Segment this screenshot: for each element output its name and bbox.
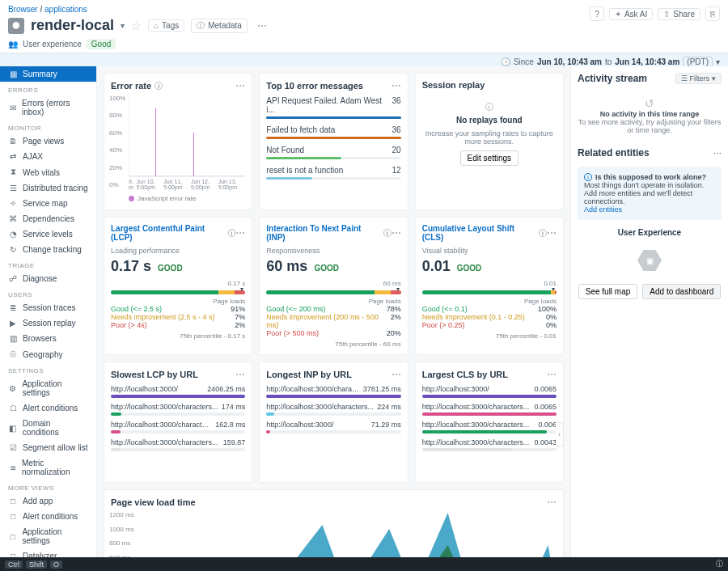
help-icon[interactable]: ? <box>590 6 604 21</box>
card-menu-icon[interactable]: ⋯ <box>392 227 401 239</box>
url-row[interactable]: http://localhost:3000/characters...174 m… <box>111 403 245 416</box>
see-full-map-button[interactable]: See full map <box>578 284 638 299</box>
sidebar-item-session-traces[interactable]: ≣Session traces <box>0 300 96 315</box>
more-icon[interactable]: ⋯ <box>254 20 270 32</box>
lcp-link[interactable]: Largest Contentful Paint (LCP) <box>111 224 225 242</box>
sidebar-item-service-levels[interactable]: ◔Service levels <box>0 226 96 242</box>
error-msg-row[interactable]: API Request Failed. Adam West i...36 <box>266 96 400 119</box>
sidebar-item-page-views[interactable]: 🗎Page views <box>0 133 96 149</box>
info-icon: i <box>485 103 493 111</box>
share-button[interactable]: ⇪Share <box>658 8 700 20</box>
metric-icon: ≋ <box>8 463 17 472</box>
sidebar-item-session-replay[interactable]: ▶Session replay <box>0 315 96 331</box>
edit-settings-button[interactable]: Edit settings <box>460 150 518 166</box>
filters-button[interactable]: ☰Filters▾ <box>675 73 722 84</box>
sidebar-item-dist-tracing[interactable]: ☰Distributed tracing <box>0 180 96 196</box>
card-menu-icon[interactable]: ⋯ <box>235 227 245 239</box>
ask-ai-button[interactable]: ✦Ask AI <box>609 8 653 20</box>
expand-handle[interactable]: › <box>556 422 564 446</box>
sidebar-item-web-vitals[interactable]: ⧗Web vitals <box>0 164 96 180</box>
card-menu-icon[interactable]: ⋯ <box>235 369 245 380</box>
sidebar-item-app-settings-2[interactable]: □Application settings <box>0 524 96 548</box>
map-icon: ✧ <box>8 199 18 208</box>
card-session-replay: Session replay i No replays found Increa… <box>415 73 564 210</box>
star-icon[interactable]: ☆ <box>131 19 142 32</box>
url-row[interactable]: http://localhost:3000/characters...224 m… <box>266 403 400 416</box>
card-menu-icon[interactable]: ⋯ <box>713 149 722 158</box>
info-icon[interactable]: i <box>539 229 547 237</box>
sidebar-item-metric-norm[interactable]: ≋Metric normalization <box>0 455 96 480</box>
card-menu-icon[interactable]: ⋯ <box>392 369 401 380</box>
card-menu-icon[interactable]: ⋯ <box>547 497 557 508</box>
sidebar-group-settings: SETTINGS <box>0 362 96 376</box>
page-title: render-local <box>31 17 114 34</box>
sidebar-item-browsers[interactable]: ▥Browsers <box>0 331 96 346</box>
chevron-down-icon[interactable]: ▾ <box>716 57 720 66</box>
error-msg-row[interactable]: reset is not a function12 <box>266 166 400 180</box>
url-row[interactable]: http://localhost:3000/characters...159.8… <box>111 438 245 451</box>
filter-icon: ☰ <box>681 74 688 82</box>
sidebar-item-errors-inbox[interactable]: ✉Errors (errors inbox) <box>0 95 96 120</box>
gauge-icon: ◔ <box>8 230 18 239</box>
error-msg-row[interactable]: Not Found20 <box>266 146 400 159</box>
sidebar-item-segment-allow[interactable]: ☑Segment allow list <box>0 440 96 455</box>
sidebar-item-summary[interactable]: ▦Summary <box>0 66 96 82</box>
crumb-applications[interactable]: applications <box>44 5 87 14</box>
url-row[interactable]: http://localhost:3000/characters...162.8… <box>111 421 245 434</box>
sidebar-item-alert-conditions-2[interactable]: □Alert conditions <box>0 509 96 524</box>
inp-link[interactable]: Interaction To Next Paint (INP) <box>266 224 379 242</box>
sidebar-item-alert-conditions[interactable]: ☖Alert conditions <box>0 400 96 416</box>
link-icon[interactable]: ⎘ <box>705 6 720 21</box>
url-row[interactable]: http://localhost:3000/2406.25 ms <box>111 385 245 398</box>
ux-badge: Good <box>87 39 116 49</box>
error-rate-plot <box>129 96 245 177</box>
card-menu-icon[interactable]: ⋯ <box>547 369 557 380</box>
sidebar-item-diagnose[interactable]: ☍Diagnose <box>0 271 96 286</box>
card-menu-icon[interactable]: ⋯ <box>235 80 245 91</box>
cls-link[interactable]: Cumulative Layout Shift (CLS) <box>422 224 536 242</box>
inbox-icon: ✉ <box>8 104 17 112</box>
url-row[interactable]: http://localhost:3000/characters...0.006 <box>422 421 557 434</box>
sidebar-item-geography[interactable]: ⦾Geography <box>0 346 96 362</box>
info-icon[interactable]: i <box>154 82 163 90</box>
x-axis: 9, mJun 10, 5:00pmJun 11, 5:00pmJun 12, … <box>111 177 245 190</box>
sidebar-item-add-app[interactable]: □Add app <box>0 493 96 509</box>
tags-pill[interactable]: ⌂Tags <box>148 19 184 32</box>
add-entities-link[interactable]: Add entities <box>584 205 622 214</box>
crumb-browser[interactable]: Browser <box>8 5 38 14</box>
top-actions: ? ✦Ask AI ⇪Share ⎘ <box>590 6 720 21</box>
sidebar-item-service-map[interactable]: ✧Service map <box>0 196 96 211</box>
inp-threshold-bar <box>266 290 400 294</box>
replay-heading: No replays found <box>456 116 523 125</box>
info-icon[interactable]: i <box>383 229 392 237</box>
y-axis: 100%80%60%40%20%0% <box>109 95 125 188</box>
sidebar-item-datalyzer[interactable]: □Datalyzer <box>0 548 96 557</box>
card-menu-icon[interactable]: ⋯ <box>547 227 557 239</box>
related-header: Related entities ⋯ <box>578 147 722 159</box>
sidebar-group-more: MORE VIEWS <box>0 480 96 493</box>
sidebar-item-ajax[interactable]: ⇄AJAX <box>0 149 96 164</box>
url-row[interactable]: http://localhost:3000/characters...0.006… <box>422 403 557 416</box>
info-icon: ⓘ <box>197 20 205 32</box>
sidebar-group-users: USERS <box>0 286 96 300</box>
ux-label: User experience <box>23 40 82 49</box>
sidebar-item-change-tracking[interactable]: ↻Change tracking <box>0 242 96 257</box>
info-icon[interactable]: i <box>228 229 236 237</box>
add-to-dashboard-button[interactable]: Add to dashboard <box>642 284 721 299</box>
chevron-down-icon[interactable]: ▾ <box>121 21 125 30</box>
error-msg-row[interactable]: Failed to fetch data36 <box>266 125 400 139</box>
key-ctrl: Ctrl <box>5 560 23 569</box>
url-row[interactable]: http://localhost:3000/0.0065 <box>422 385 557 398</box>
globe-icon: ⦾ <box>8 349 18 359</box>
status-info-icon[interactable]: ⓘ <box>716 559 723 569</box>
url-row[interactable]: http://localhost:3000/characters...3781.… <box>266 385 400 398</box>
info-icon: i <box>584 173 592 181</box>
card-menu-icon[interactable]: ⋯ <box>392 80 401 91</box>
sidebar-item-app-settings[interactable]: ⚙Application settings <box>0 376 96 400</box>
sidebar-item-domain-conditions[interactable]: ◧Domain conditions <box>0 416 96 440</box>
url-row[interactable]: http://localhost:3000/characters...0.004… <box>422 438 557 451</box>
metadata-pill[interactable]: ⓘMetadata <box>191 19 248 33</box>
entity-hex-icon[interactable]: ▣ <box>637 250 662 271</box>
sidebar-item-dependencies[interactable]: ⌘Dependencies <box>0 211 96 226</box>
url-row[interactable]: http://localhost:3000/71.29 ms <box>266 421 400 434</box>
